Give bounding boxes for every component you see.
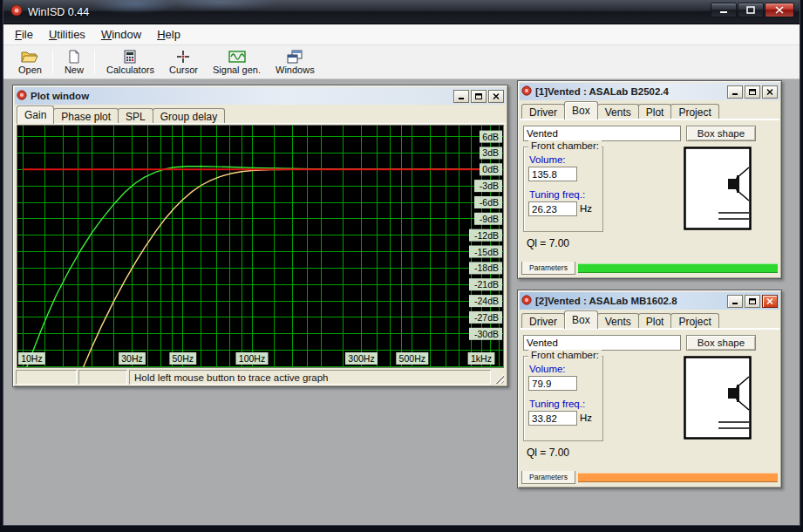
volume-field[interactable] xyxy=(528,167,577,181)
toolbar-button-new[interactable]: New xyxy=(58,48,90,76)
toolbar-button-open[interactable]: Open xyxy=(12,48,48,76)
driver-window-1: [1]Vented : ASALab B2502.4 Driver Box Ve… xyxy=(517,80,782,279)
plot-maximize-button[interactable] xyxy=(471,90,487,103)
plot-window-titlebar[interactable]: Plot window xyxy=(15,87,506,105)
plot-close-button[interactable] xyxy=(488,90,504,103)
driver-window-2-icon xyxy=(521,293,532,309)
toolbar-button-cursor[interactable]: Cursor xyxy=(163,48,204,76)
driver-window-2-titlebar[interactable]: [2]Vented : ASALab MB1602.8 xyxy=(520,292,779,310)
plot-window-controls xyxy=(453,90,504,103)
tab-driver[interactable]: Driver xyxy=(521,313,565,329)
app-titlebar[interactable]: WinISD 0.44 xyxy=(3,0,800,24)
plot-window-icon xyxy=(17,88,27,104)
driver-window-1-titlebar[interactable]: [1]Vented : ASALab B2502.4 xyxy=(520,83,779,100)
resize-grip[interactable] xyxy=(493,370,505,385)
tab-project[interactable]: Project xyxy=(670,104,718,119)
driver1-maximize-button[interactable] xyxy=(745,85,760,99)
tab-box[interactable]: Box xyxy=(564,310,598,329)
svg-text:3dB: 3dB xyxy=(482,147,499,158)
front-chamber-group: Front chamber: Volume: Tuning freq.: Hz xyxy=(523,147,603,232)
box-type-field[interactable] xyxy=(523,126,681,141)
svg-text:300Hz: 300Hz xyxy=(348,353,374,364)
volume-label: Volume: xyxy=(529,364,566,374)
plot-window-title: Plot window xyxy=(31,91,453,101)
tuning-freq-field[interactable] xyxy=(528,201,577,216)
menu-item-utilities[interactable]: Utilities xyxy=(41,25,93,44)
main-window: WinISD 0.44 File Utilities Window Help O… xyxy=(3,0,800,525)
svg-text:-30dB: -30dB xyxy=(474,329,499,339)
svg-text:100Hz: 100Hz xyxy=(239,353,265,364)
toolbar-label: Windows xyxy=(276,65,315,75)
volume-label: Volume: xyxy=(529,154,566,165)
tab-box[interactable]: Box xyxy=(564,101,598,119)
parameters-tab[interactable]: Parameters xyxy=(521,471,575,484)
maximize-button[interactable] xyxy=(738,3,764,17)
driver-window-2-paramstrip: Parameters xyxy=(520,468,779,486)
tab-phase-plot[interactable]: Phase plot xyxy=(53,108,119,124)
tuning-freq-field[interactable] xyxy=(528,411,577,426)
driver-window-1-controls xyxy=(727,85,778,99)
calculator-icon xyxy=(121,49,139,64)
svg-text:-9dB: -9dB xyxy=(480,214,499,224)
driver2-close-button[interactable] xyxy=(762,295,778,308)
tuning-freq-label: Tuning freq.: xyxy=(529,189,585,200)
plot-statusbar: Hold left mouse button to trace active g… xyxy=(15,369,506,385)
driver1-close-button[interactable] xyxy=(762,85,778,99)
svg-text:0dB: 0dB xyxy=(482,164,499,174)
svg-text:6dB: 6dB xyxy=(482,132,499,142)
box-shape-drawing xyxy=(684,356,752,440)
svg-text:1kHz: 1kHz xyxy=(471,353,492,364)
svg-text:-27dB: -27dB xyxy=(474,312,499,323)
toolbar-separator xyxy=(52,50,53,74)
menu-item-help[interactable]: Help xyxy=(149,25,188,44)
new-document-icon xyxy=(65,49,83,64)
toolbar-button-calculators[interactable]: Calculators xyxy=(100,48,160,76)
box-type-field[interactable] xyxy=(523,335,681,351)
svg-text:10Hz: 10Hz xyxy=(21,353,43,364)
close-button[interactable] xyxy=(765,3,794,17)
driver-window-1-icon xyxy=(521,84,532,99)
driver-window-1-paramstrip: Parameters xyxy=(520,259,779,276)
ql-value: Ql = 7.00 xyxy=(527,447,569,459)
front-chamber-group: Front chamber: Volume: Tuning freq.: Hz xyxy=(523,356,603,441)
toolbar-label: Open xyxy=(18,65,42,75)
tab-project[interactable]: Project xyxy=(670,313,718,329)
toolbar-button-windows[interactable]: Windows xyxy=(269,48,321,76)
gain-plot[interactable]: 6dB3dB0dB-3dB-6dB-9dB-12dB-15dB-18dB-21d… xyxy=(17,125,504,368)
driver2-maximize-button[interactable] xyxy=(745,295,760,308)
parameters-tab[interactable]: Parameters xyxy=(521,262,575,275)
tab-gain[interactable]: Gain xyxy=(17,106,54,124)
tab-plot[interactable]: Plot xyxy=(638,104,672,119)
tab-vents[interactable]: Vents xyxy=(597,313,639,329)
desktop-frame: WinISD 0.44 File Utilities Window Help O… xyxy=(0,0,803,532)
driver-window-1-tabs: Driver Box Vents Plot Project xyxy=(520,100,779,119)
windows-icon xyxy=(286,49,303,64)
driver2-minimize-button[interactable] xyxy=(727,295,743,308)
minimize-button[interactable] xyxy=(711,3,737,17)
tuning-freq-unit: Hz xyxy=(580,413,592,423)
driver1-minimize-button[interactable] xyxy=(727,85,743,99)
svg-text:-21dB: -21dB xyxy=(474,279,499,290)
front-chamber-label: Front chamber: xyxy=(528,350,602,360)
mdi-area: Plot window Gain Phase plot SPL Group de… xyxy=(3,79,800,525)
menu-bar: File Utilities Window Help xyxy=(3,24,800,45)
svg-text:-6dB: -6dB xyxy=(480,197,499,208)
toolbar: Open New Calculators Cursor xyxy=(3,45,800,79)
box-shape-button[interactable]: Box shape xyxy=(686,335,756,351)
tab-spl[interactable]: SPL xyxy=(118,108,153,124)
tuning-freq-label: Tuning freq.: xyxy=(529,399,585,409)
driver-window-2-tabs: Driver Box Vents Plot Project xyxy=(520,310,779,329)
tab-vents[interactable]: Vents xyxy=(597,104,639,119)
menu-item-window[interactable]: Window xyxy=(93,25,149,44)
tab-driver[interactable]: Driver xyxy=(521,104,565,119)
tab-plot[interactable]: Plot xyxy=(638,313,672,329)
volume-field[interactable] xyxy=(528,376,577,391)
svg-text:50Hz: 50Hz xyxy=(173,353,194,364)
gain-chart-canvas[interactable]: 6dB3dB0dB-3dB-6dB-9dB-12dB-15dB-18dB-21d… xyxy=(17,126,504,368)
tab-group-delay[interactable]: Group delay xyxy=(153,108,225,124)
toolbar-button-signal-gen[interactable]: Signal gen. xyxy=(207,48,267,76)
status-panel-2 xyxy=(78,370,127,385)
box-shape-button[interactable]: Box shape xyxy=(686,126,756,141)
plot-minimize-button[interactable] xyxy=(453,90,469,103)
menu-item-file[interactable]: File xyxy=(7,25,41,44)
